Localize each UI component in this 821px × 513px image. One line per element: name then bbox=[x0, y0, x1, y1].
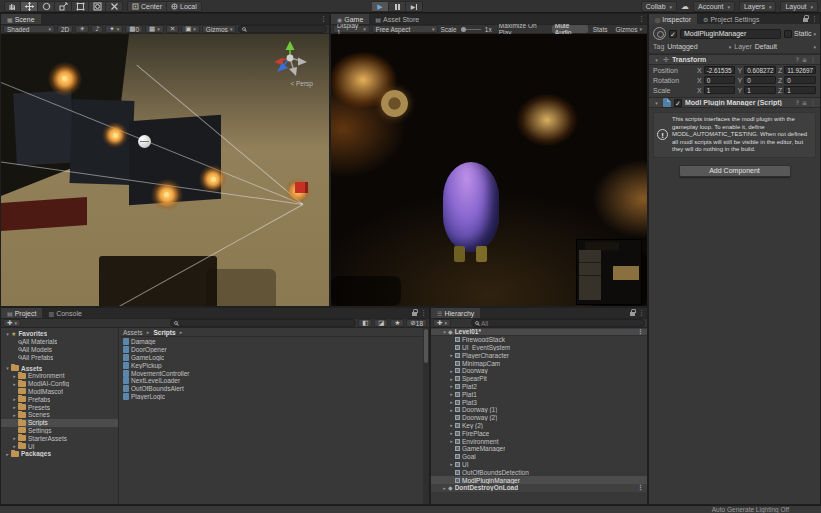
tab-asset-store[interactable]: ▤Asset Store bbox=[369, 14, 425, 24]
layout-dropdown[interactable]: Layout bbox=[780, 1, 818, 12]
hierarchy-item[interactable]: ▸FirePlace bbox=[431, 429, 647, 437]
inspector-menu-icon[interactable]: ⋮ bbox=[811, 15, 818, 23]
static-checkbox[interactable] bbox=[784, 30, 792, 38]
scale-z-field[interactable]: 1 bbox=[784, 86, 816, 94]
foldout-arrow-icon[interactable]: ▸ bbox=[11, 381, 18, 387]
position-z-field[interactable]: 11.92697 bbox=[784, 66, 816, 74]
script-component-header[interactable]: ▾ Modl Plugin Manager (Script) ?≡⋮ bbox=[649, 97, 820, 108]
hierarchy-item[interactable]: ▸Doorway (1) bbox=[431, 406, 647, 414]
asset-item[interactable]: GameLogic bbox=[120, 354, 423, 362]
hierarchy-item[interactable]: ▸Plat2 bbox=[431, 383, 647, 391]
create-asset-button[interactable]: ✚ bbox=[3, 319, 21, 327]
rotation-x-field[interactable]: 0 bbox=[704, 76, 736, 84]
display-dropdown[interactable]: Display 1 bbox=[333, 25, 370, 33]
packages-root[interactable]: ▸ Packages bbox=[1, 450, 118, 458]
folder-item[interactable]: Settings bbox=[1, 427, 118, 435]
account-dropdown[interactable]: Account bbox=[693, 1, 735, 12]
maximize-on-play-toggle[interactable]: Maximize On Play bbox=[496, 25, 550, 33]
script-enabled-checkbox[interactable] bbox=[674, 99, 682, 107]
scale-y-field[interactable]: 1 bbox=[744, 86, 776, 94]
hierarchy-item[interactable]: ▸UI bbox=[431, 461, 647, 469]
folder-item[interactable]: ▸StarterAssets bbox=[1, 434, 118, 442]
add-component-button[interactable]: Add Component bbox=[679, 165, 791, 177]
assets-root[interactable]: ▾ Assets bbox=[1, 364, 118, 372]
tag-dropdown[interactable]: Untagged bbox=[667, 43, 731, 50]
foldout-arrow-icon[interactable]: ▸ bbox=[448, 391, 455, 397]
custom-tool-button[interactable] bbox=[106, 1, 123, 12]
pause-button[interactable] bbox=[389, 1, 406, 12]
game-viewport[interactable] bbox=[331, 34, 647, 306]
project-menu-icon[interactable]: ⋮ bbox=[420, 309, 427, 317]
hierarchy-item[interactable]: ▸Plat3 bbox=[431, 398, 647, 406]
scene-header-level01[interactable]: ▾ ◆ Level01* ⋮ bbox=[431, 328, 647, 336]
foldout-arrow-icon[interactable]: ▸ bbox=[11, 373, 18, 379]
asset-item[interactable]: KeyPickup bbox=[120, 361, 423, 369]
breadcrumb-root[interactable]: Assets bbox=[123, 329, 143, 336]
foldout-arrow-icon[interactable]: ▸ bbox=[11, 404, 18, 410]
foldout-arrow-icon[interactable]: ▸ bbox=[448, 461, 455, 467]
scene-lighting-toggle[interactable]: ☀ bbox=[75, 25, 89, 33]
hierarchy-item[interactable]: Goal bbox=[431, 453, 647, 461]
lock-icon[interactable] bbox=[630, 312, 635, 316]
tab-scene[interactable]: ▦Scene bbox=[1, 14, 41, 24]
folder-item[interactable]: ▸Scenes bbox=[1, 411, 118, 419]
folder-item[interactable]: Scripts bbox=[1, 419, 118, 427]
foldout-arrow-icon[interactable]: ▸ bbox=[448, 352, 455, 358]
asset-item[interactable]: DoorOpener bbox=[120, 346, 423, 354]
folder-item[interactable]: ▸Environment bbox=[1, 372, 118, 380]
hierarchy-item[interactable]: UI_EventSystem bbox=[431, 344, 647, 352]
position-y-field[interactable]: 0.608272 bbox=[744, 66, 776, 74]
pivot-mode-button[interactable]: Center bbox=[127, 1, 167, 12]
favorite-item[interactable]: All Models bbox=[1, 346, 118, 354]
rotate-tool-button[interactable] bbox=[38, 1, 55, 12]
hierarchy-menu-icon[interactable]: ⋮ bbox=[638, 309, 645, 317]
scale-slider[interactable] bbox=[461, 29, 481, 30]
scrollbar-thumb[interactable] bbox=[424, 329, 428, 363]
hierarchy-item[interactable]: ModlPluginManager bbox=[431, 476, 647, 484]
hierarchy-item[interactable]: ▸SpearPit bbox=[431, 375, 647, 383]
stats-toggle[interactable]: Stats bbox=[590, 25, 611, 33]
scene-panel-menu-icon[interactable]: ⋮ bbox=[320, 15, 327, 23]
camera-dropdown[interactable]: ▣ bbox=[181, 25, 200, 33]
foldout-arrow-icon[interactable]: ▸ bbox=[448, 399, 455, 405]
2d-toggle-button[interactable]: 2D bbox=[57, 25, 73, 33]
step-button[interactable]: ▶ bbox=[406, 1, 423, 12]
tab-hierarchy[interactable]: ☰Hierarchy bbox=[431, 308, 480, 318]
layers-dropdown[interactable]: Layers bbox=[739, 1, 777, 12]
lighting-status-text[interactable]: Auto Generate Lighting Off bbox=[712, 506, 789, 513]
scene-search-input[interactable] bbox=[238, 25, 327, 33]
scene-header-dontdestroyonload[interactable]: ▸ ◆ DontDestroyOnLoad ⋮ bbox=[431, 484, 647, 492]
foldout-arrow-icon[interactable]: ▸ bbox=[441, 485, 448, 491]
light-gizmo-icon[interactable] bbox=[211, 177, 216, 182]
foldout-arrow-icon[interactable]: ▸ bbox=[4, 451, 11, 457]
favorite-item[interactable]: All Prefabs bbox=[1, 353, 118, 361]
project-scrollbar[interactable] bbox=[423, 328, 429, 504]
hierarchy-search-input[interactable]: All bbox=[471, 319, 645, 327]
scale-slider-knob[interactable] bbox=[461, 27, 466, 32]
breadcrumb-current[interactable]: Scripts bbox=[154, 329, 176, 336]
rect-tool-button[interactable] bbox=[72, 1, 89, 12]
static-dropdown[interactable]: Static bbox=[794, 30, 816, 37]
foldout-arrow-icon[interactable]: ▸ bbox=[448, 438, 455, 444]
grid-dropdown[interactable]: ▦ bbox=[145, 25, 164, 33]
foldout-arrow-icon[interactable]: ▾ bbox=[653, 100, 660, 106]
hierarchy-item[interactable]: FirewoodStack bbox=[431, 336, 647, 344]
draw-mode-dropdown[interactable]: Shaded bbox=[3, 25, 55, 33]
hierarchy-item[interactable]: ▸Plat1 bbox=[431, 390, 647, 398]
foldout-arrow-icon[interactable]: ▸ bbox=[11, 396, 18, 402]
foldout-arrow-icon[interactable]: ▾ bbox=[4, 365, 11, 371]
project-search-input[interactable] bbox=[170, 319, 356, 327]
position-x-field[interactable]: -2.61535 bbox=[704, 66, 736, 74]
pivot-rotation-button[interactable]: Local bbox=[167, 1, 202, 12]
hierarchy-item[interactable]: OutOfBoundsDetection bbox=[431, 468, 647, 476]
foldout-arrow-icon[interactable]: ▾ bbox=[4, 331, 11, 337]
asset-item[interactable]: Damage bbox=[120, 338, 423, 346]
cloud-icon[interactable]: ☁ bbox=[681, 2, 689, 11]
active-checkbox[interactable] bbox=[669, 30, 677, 38]
tab-project-settings[interactable]: ⚙Project Settings bbox=[697, 14, 765, 24]
asset-item[interactable]: OutOfBoundsAlert bbox=[120, 385, 423, 393]
component-menu-icon[interactable]: ⋮ bbox=[810, 99, 816, 106]
persp-label[interactable]: < Persp bbox=[290, 80, 313, 87]
hierarchy-item[interactable]: Doorway (2) bbox=[431, 414, 647, 422]
foldout-arrow-icon[interactable]: ▸ bbox=[448, 422, 455, 428]
